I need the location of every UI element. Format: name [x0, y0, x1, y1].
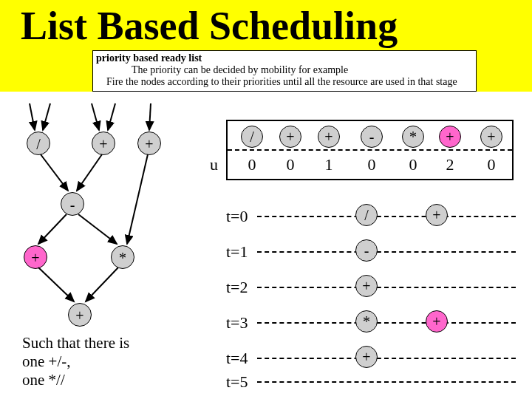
- desc-line-3: Fire the nodes according to their priori…: [106, 76, 473, 88]
- time-label: t=2: [226, 278, 248, 297]
- title-band: List Based Scheduling priority based rea…: [0, 0, 532, 92]
- table-col-u: 0: [235, 155, 269, 174]
- dash-line: [257, 358, 516, 359]
- dash-line: [257, 251, 516, 253]
- caption-line: one +/-,: [22, 352, 129, 371]
- svg-line-10: [38, 267, 74, 301]
- svg-line-5: [41, 154, 68, 191]
- timeline-row: t=4 +: [226, 340, 516, 375]
- dash-line: [257, 216, 516, 217]
- table-col-op: /: [235, 126, 269, 148]
- table-divider: [228, 149, 512, 151]
- table-col-op: *: [396, 126, 430, 148]
- timeline-row: t=2 +: [226, 269, 516, 304]
- timeline-row: t=1 -: [226, 233, 516, 269]
- time-label: t=4: [226, 349, 248, 368]
- dag-node-minus: -: [61, 192, 84, 216]
- time-label: t=3: [226, 313, 248, 332]
- svg-line-4: [149, 103, 151, 130]
- svg-line-9: [127, 154, 148, 244]
- table-col-u: 2: [433, 155, 467, 174]
- sched-op: /: [355, 204, 378, 226]
- time-label: t=0: [226, 207, 248, 226]
- timeline-row: t=5: [226, 375, 516, 390]
- svg-line-2: [92, 103, 99, 130]
- dash-line: [257, 322, 516, 324]
- schedule-timeline: t=0 / + t=1 - t=2 + t=3 * + t=4 + t=5: [226, 198, 516, 390]
- dash-line: [257, 381, 516, 383]
- svg-line-1: [43, 103, 50, 130]
- svg-line-11: [86, 267, 118, 301]
- caption-line: one *//: [22, 371, 129, 389]
- sched-op: +: [426, 204, 448, 226]
- sched-op: +: [355, 275, 378, 297]
- dag-node-plus-b: +: [137, 132, 161, 155]
- diagram-canvas: / + + - + * + u /: [0, 98, 532, 399]
- dag-node-plus-a: +: [92, 132, 115, 155]
- sched-op: -: [355, 239, 378, 262]
- timeline-row: t=3 * +: [226, 304, 516, 340]
- dag-node-div: /: [27, 132, 50, 155]
- table-col-op: +: [474, 126, 508, 148]
- resource-caption: Such that there is one +/-, one *//: [22, 334, 129, 390]
- desc-heading: priority based ready list: [96, 52, 473, 64]
- svg-line-0: [30, 103, 35, 130]
- caption-line: Such that there is: [22, 334, 129, 352]
- dag-node-mul: *: [111, 245, 134, 269]
- table-col-u: 0: [355, 155, 389, 174]
- dash-line: [257, 287, 516, 288]
- desc-line-2: The priority can be decided by mobility …: [132, 64, 473, 76]
- time-label: t=1: [226, 242, 248, 262]
- table-col-op: +: [433, 126, 467, 148]
- table-col-op: +: [273, 126, 307, 148]
- u-label: u: [210, 155, 218, 174]
- description-box: priority based ready list The priority c…: [92, 50, 477, 92]
- svg-line-6: [77, 154, 102, 191]
- table-col-u: 0: [396, 155, 430, 174]
- time-label: t=5: [226, 372, 248, 392]
- timeline-row: t=0 / +: [226, 198, 516, 233]
- page-title: List Based Scheduling: [21, 3, 532, 49]
- table-col-u: 0: [474, 155, 508, 174]
- sched-op: +: [355, 346, 378, 368]
- table-col-u: 1: [312, 155, 346, 174]
- sched-op: *: [355, 310, 378, 332]
- dag-node-plus-c: +: [24, 245, 47, 269]
- table-col-u: 0: [273, 155, 307, 174]
- svg-line-8: [78, 214, 117, 244]
- table-col-op: -: [355, 126, 389, 148]
- mobility-table: u / + + - * + + 0 0 1 0 0 2 0: [226, 120, 514, 180]
- sched-op: +: [426, 310, 448, 332]
- svg-line-7: [38, 214, 66, 244]
- table-col-op: +: [312, 126, 346, 148]
- svg-line-3: [108, 103, 115, 130]
- dag-node-plus-d: +: [68, 303, 92, 327]
